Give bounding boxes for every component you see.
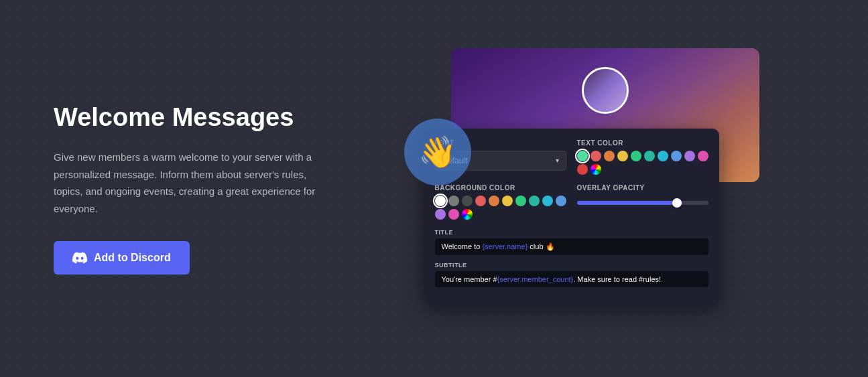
color-dot-rainbow[interactable] bbox=[591, 164, 601, 175]
avatar-image bbox=[584, 69, 627, 112]
font-text-color-row: Font Default ▾ Text color bbox=[435, 139, 708, 175]
avatar bbox=[582, 67, 629, 114]
color-dot-sky[interactable] bbox=[658, 151, 668, 161]
color-dot-cyan[interactable] bbox=[644, 151, 655, 161]
bg-dot-red[interactable] bbox=[475, 196, 486, 206]
color-dot-blue[interactable] bbox=[671, 151, 682, 161]
text-color-row bbox=[577, 151, 708, 175]
color-dot-crimson[interactable] bbox=[577, 164, 588, 175]
bg-dot-sky[interactable] bbox=[542, 196, 553, 206]
text-color-col: Text color bbox=[577, 139, 708, 175]
bg-dot-blue[interactable] bbox=[556, 196, 566, 206]
bg-dot-gray[interactable] bbox=[448, 196, 459, 206]
add-to-discord-label: Add to Discord bbox=[94, 252, 171, 264]
bg-dot-white[interactable] bbox=[435, 196, 446, 206]
wave-emoji: 👋 bbox=[418, 134, 456, 170]
color-dot-green[interactable] bbox=[631, 151, 641, 161]
page-container: Welcome Messages Give new members a warm… bbox=[0, 0, 868, 377]
chevron-down-icon: ▾ bbox=[556, 157, 559, 164]
text-color-label: Text color bbox=[577, 139, 708, 147]
subtitle-input-label: Subtitle bbox=[435, 262, 708, 269]
color-dot-purple[interactable] bbox=[684, 151, 695, 161]
bg-dot-purple[interactable] bbox=[435, 209, 446, 220]
title-text-end: club 🔥 bbox=[528, 242, 554, 250]
opacity-slider-track[interactable] bbox=[577, 201, 708, 205]
add-to-discord-button[interactable]: Add to Discord bbox=[54, 241, 190, 275]
overlay-opacity-col: Overlay opacity bbox=[577, 184, 708, 220]
subtitle-text-after: . Make sure to read #rules! bbox=[573, 275, 661, 283]
page-title: Welcome Messages bbox=[54, 102, 362, 133]
title-input-label: Title bbox=[435, 229, 708, 236]
discord-logo-icon bbox=[72, 250, 87, 265]
bg-color-row bbox=[435, 196, 566, 220]
subtitle-input-group: Subtitle You're member #{server.member_c… bbox=[435, 262, 708, 287]
bg-dot-pink[interactable] bbox=[448, 209, 459, 220]
bg-opacity-row: Background color bbox=[435, 184, 708, 220]
banner-avatar-wrap bbox=[582, 67, 629, 114]
subtitle-template-var: {server.member_count} bbox=[497, 275, 574, 283]
mockup-container: Welcome to the Gamers United club 🔥 You'… bbox=[424, 48, 780, 329]
color-dot-red[interactable] bbox=[591, 151, 601, 161]
bg-dot-orange[interactable] bbox=[489, 196, 499, 206]
color-dot-orange[interactable] bbox=[604, 151, 615, 161]
title-input-group: Title Welcome to {server.name} club 🔥 bbox=[435, 229, 708, 255]
overlay-opacity-label: Overlay opacity bbox=[577, 184, 708, 192]
bg-dot-rainbow[interactable] bbox=[462, 209, 473, 220]
bg-dot-teal[interactable] bbox=[529, 196, 540, 206]
subtitle-input[interactable]: You're member #{server.member_count}. Ma… bbox=[435, 271, 708, 287]
bg-dot-green[interactable] bbox=[515, 196, 526, 206]
color-dot-yellow[interactable] bbox=[617, 151, 628, 161]
bg-color-col: Background color bbox=[435, 184, 566, 220]
color-dot-pink[interactable] bbox=[698, 151, 708, 161]
subtitle-text-before: You're member # bbox=[442, 275, 497, 283]
left-section: Welcome Messages Give new members a warm… bbox=[54, 102, 389, 275]
bg-color-label: Background color bbox=[435, 184, 566, 192]
right-section: Welcome to the Gamers United club 🔥 You'… bbox=[389, 48, 814, 329]
bg-dot-yellow[interactable] bbox=[502, 196, 513, 206]
title-input[interactable]: Welcome to {server.name} club 🔥 bbox=[435, 238, 708, 255]
wave-hand-icon: 👋 bbox=[404, 119, 471, 185]
color-dot-teal[interactable] bbox=[577, 151, 588, 161]
title-text-static: Welcome to bbox=[442, 242, 483, 250]
bg-dot-darkgray[interactable] bbox=[462, 196, 473, 206]
opacity-slider-thumb[interactable] bbox=[672, 198, 682, 208]
title-template-var: {server.name} bbox=[482, 242, 528, 250]
page-description: Give new members a warm welcome to your … bbox=[54, 149, 335, 217]
